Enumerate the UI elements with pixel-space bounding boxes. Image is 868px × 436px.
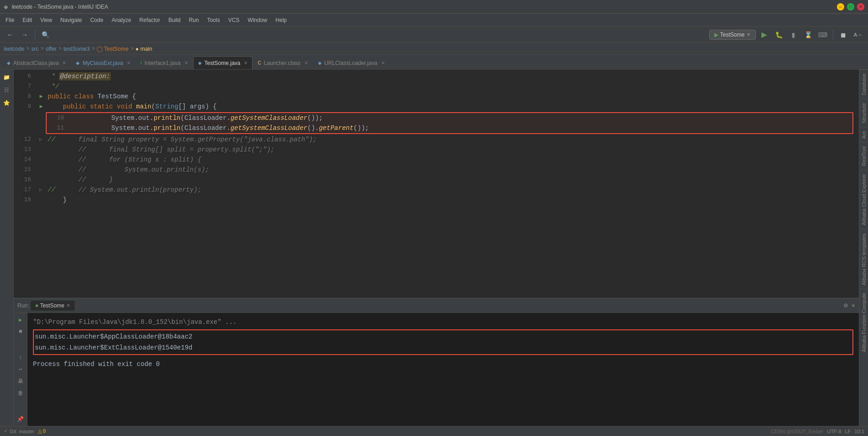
terminal-close-icon[interactable]: ✕ xyxy=(852,301,855,309)
git-icon: ✓ xyxy=(4,428,8,434)
search-everywhere-button[interactable]: 🔍 xyxy=(39,28,52,41)
code-line-10: 10 System.out.println(ClassLoader.getSys… xyxy=(47,113,852,123)
coverage-button[interactable]: ▮ xyxy=(787,28,800,41)
code-line-13: 13 // final String[] split = property.sp… xyxy=(14,145,859,155)
sidebar-favorites-icon[interactable]: ⭐ xyxy=(1,97,13,109)
menu-edit[interactable]: Edit xyxy=(19,16,36,25)
close-button[interactable]: ✕ xyxy=(857,3,864,11)
tab-abstractclass[interactable]: ◆ AbstractClass.java ✕ xyxy=(2,56,71,69)
code-line-15: 15 // System.out.println(s); xyxy=(14,165,859,175)
maximize-button[interactable]: □ xyxy=(847,3,854,11)
build-button[interactable]: ⌨ xyxy=(816,28,829,41)
menu-help[interactable]: Help xyxy=(272,16,291,25)
terminal-button[interactable]: ◼ xyxy=(837,28,850,41)
menu-run[interactable]: Run xyxy=(185,16,203,25)
menu-refactor[interactable]: Refactor xyxy=(136,16,164,25)
class-file-icon: C xyxy=(258,60,261,65)
status-bar: ✓ Git: master △ 0 CDSN @GDUT_Ember UTF-8… xyxy=(0,426,868,436)
sidebar-resttool-tab[interactable]: RestTool xyxy=(859,142,868,170)
term-run-button[interactable]: ▶ xyxy=(16,315,26,325)
code-line-18: 18 } xyxy=(14,195,859,205)
terminal-settings-icon[interactable]: ⚙ xyxy=(844,301,847,309)
run-tab-close[interactable]: ✕ xyxy=(66,303,70,308)
tab-close-urlclassloader[interactable]: ✕ xyxy=(381,60,385,65)
terminal-output: "D:\Program Files\Java\jdk1.8.0_152\bin\… xyxy=(27,313,859,426)
run-gutter-8[interactable]: ▶ xyxy=(39,92,43,102)
content-area: 📁 ☵ ⭐ 6 * @description: 7 */ xyxy=(0,70,868,426)
fold-12[interactable]: ▷ xyxy=(39,135,43,145)
menu-tools[interactable]: Tools xyxy=(204,16,224,25)
terminal-output-2: sun.misc.Launcher$ExtClassLoader@1540e19… xyxy=(35,342,852,353)
tab-testsome[interactable]: ◆ TestSome.java ✕ xyxy=(193,56,253,69)
run-button[interactable]: ▶ xyxy=(758,28,771,41)
terminal-exit-line: Process finished with exit code 0 xyxy=(33,359,853,370)
window-title: leetcode - TestSome.java - IntelliJ IDEA xyxy=(12,4,108,10)
menu-navigate[interactable]: Navigate xyxy=(57,16,86,25)
breadcrumb-src[interactable]: src xyxy=(32,46,39,52)
run-tab[interactable]: ■ TestSome ✕ xyxy=(31,301,74,311)
sidebar-ant-tab[interactable]: Ant xyxy=(859,127,868,143)
terminal-highlight-box: sun.misc.Launcher$AppClassLoader@18b4aac… xyxy=(33,329,853,355)
terminal-left-buttons: ▶ ■ ↕ ↩ 🖶 🗑 📌 xyxy=(14,313,27,426)
code-editor[interactable]: 6 * @description: 7 */ 8 ▶ public cl xyxy=(14,70,859,298)
sidebar-structure-icon[interactable]: ☵ xyxy=(1,84,13,96)
status-line-sep[interactable]: LF xyxy=(845,429,851,434)
tab-close-launcher[interactable]: ✕ xyxy=(304,60,308,65)
breadcrumb-testsome[interactable]: ◯ TestSome xyxy=(97,46,128,52)
tab-myclassext[interactable]: ◆ MyClassExt.java ✕ xyxy=(71,56,135,69)
code-line-12: 12 ▷ // final String property = System.g… xyxy=(14,135,859,145)
menu-analyze[interactable]: Analyze xyxy=(108,16,135,25)
term-wrap-button[interactable]: ↩ xyxy=(16,365,26,375)
term-stop-button[interactable]: ■ xyxy=(16,327,26,337)
java-file-icon: ◆ xyxy=(7,60,11,65)
menu-view[interactable]: View xyxy=(37,16,56,25)
translate-button[interactable]: A→ xyxy=(852,28,864,41)
fold-17[interactable]: ▷ xyxy=(39,185,43,195)
menu-build[interactable]: Build xyxy=(165,16,184,25)
tab-interface1[interactable]: I Interface1.java ✕ xyxy=(135,56,193,69)
tab-bar: ◆ AbstractClass.java ✕ ◆ MyClassExt.java… xyxy=(0,55,868,70)
term-pin-button[interactable]: 📌 xyxy=(16,414,26,424)
menu-code[interactable]: Code xyxy=(86,16,107,25)
navigate-back-button[interactable]: ← xyxy=(4,28,16,41)
profile-button[interactable]: ⌛ xyxy=(802,28,814,41)
tab-launcher-class[interactable]: C Launcher.class ✕ xyxy=(253,56,313,69)
term-print-button[interactable]: 🖶 xyxy=(16,377,26,387)
status-encoding[interactable]: UTF-8 xyxy=(827,429,841,434)
sidebar-alibaba-function-tab[interactable]: Alibaba Function Compute xyxy=(859,289,868,356)
breadcrumb-main[interactable]: ● main xyxy=(135,46,152,52)
tab-close-testsome[interactable]: ✕ xyxy=(244,60,248,65)
breadcrumb-offer[interactable]: offer xyxy=(46,46,57,52)
navigate-forward-button[interactable]: → xyxy=(18,28,31,41)
tab-close-interface1[interactable]: ✕ xyxy=(184,60,188,65)
sidebar-project-icon[interactable]: 📁 xyxy=(1,71,13,83)
sidebar-structure-tab[interactable]: Structure xyxy=(859,99,868,127)
menu-file[interactable]: File xyxy=(2,16,18,25)
code-line-11: 11 System.out.println(ClassLoader.getSys… xyxy=(47,123,852,133)
term-scroll-button[interactable]: ↕ xyxy=(16,353,26,363)
breadcrumb: leetcode > src > offer > testSome3 > ◯ T… xyxy=(0,43,868,55)
menu-vcs[interactable]: VCS xyxy=(225,16,243,25)
java-file-icon: ◆ xyxy=(198,60,202,65)
code-line-6: 6 * @description: xyxy=(14,71,859,81)
tab-close-myclassext[interactable]: ✕ xyxy=(127,60,130,65)
sidebar-alibaba-rcs-tab[interactable]: Alibaba RCS templates xyxy=(859,229,868,289)
java-file-icon: ◆ xyxy=(318,60,322,65)
run-configuration[interactable]: ▶ TestSome ▼ xyxy=(709,30,756,40)
minimize-button[interactable]: – xyxy=(837,3,844,11)
menu-window[interactable]: Window xyxy=(244,16,271,25)
tab-urlclassloader[interactable]: ◆ URLClassLoader.java ✕ xyxy=(313,56,390,69)
debug-button[interactable]: 🐛 xyxy=(772,28,785,41)
sidebar-database-tab[interactable]: Database xyxy=(859,70,868,99)
editor-area: 6 * @description: 7 */ 8 ▶ public cl xyxy=(14,70,859,426)
tab-close-abstractclass[interactable]: ✕ xyxy=(62,60,66,65)
run-gutter-9[interactable]: ▶ xyxy=(39,102,43,112)
term-clear-button[interactable]: 🗑 xyxy=(16,388,26,398)
window-controls[interactable]: – □ ✕ xyxy=(837,3,864,11)
breadcrumb-testsome3[interactable]: testSome3 xyxy=(64,46,90,52)
tab-label: MyClassExt.java xyxy=(82,60,123,66)
breadcrumb-project[interactable]: leetcode xyxy=(4,46,24,52)
terminal-body: ▶ ■ ↕ ↩ 🖶 🗑 📌 "D:\Program Files\Java\jdk… xyxy=(14,313,859,426)
sidebar-alibaba-cloud-tab[interactable]: Alibaba Cloud Explorer xyxy=(859,170,868,229)
status-git: ✓ Git: master xyxy=(4,428,34,434)
